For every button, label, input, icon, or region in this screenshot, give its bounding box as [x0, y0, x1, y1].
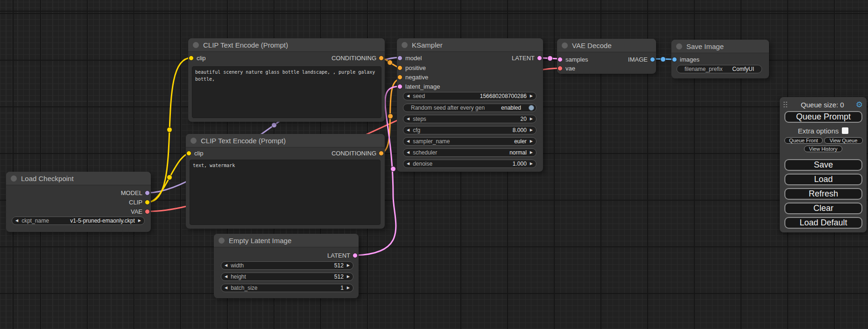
conditioning-output-slot[interactable] — [379, 56, 384, 61]
queue-size-label: Queue size: 0 — [789, 101, 856, 109]
slot-label: MODEL — [121, 189, 142, 196]
settings-gear-icon[interactable]: ⚙ — [856, 101, 863, 109]
node-title-bar[interactable]: KSampler — [397, 38, 543, 52]
drag-handle-icon[interactable] — [783, 102, 787, 108]
width-widget[interactable]: ◀ width 512 ▶ — [221, 261, 353, 270]
decrement-arrow-icon[interactable]: ◀ — [221, 284, 231, 292]
widget-value: v1-5-pruned-emaonly.ckpt — [70, 217, 135, 224]
node-graph-canvas[interactable]: { "colors": { "model": "#B39DDB", "clip"… — [0, 0, 868, 329]
increment-arrow-icon[interactable]: ▶ — [527, 138, 536, 145]
slot-label: latent_image — [405, 83, 440, 90]
load-button[interactable]: Load — [784, 174, 862, 185]
filename-prefix-widget[interactable]: filename_prefix ComfyUI — [677, 65, 762, 73]
decrement-arrow-icon[interactable]: ◀ — [403, 92, 413, 100]
queue-prompt-button[interactable]: Queue Prompt — [784, 111, 862, 123]
denoise-widget[interactable]: ◀ denoise 1.000 ▶ — [403, 160, 536, 168]
node-clip-text-encode-positive[interactable]: CLIP Text Encode (Prompt) clip CONDITION… — [188, 38, 385, 122]
clip-input-slot[interactable] — [186, 151, 191, 156]
widget-label: filename_prefix — [685, 66, 722, 72]
save-button[interactable]: Save — [784, 159, 862, 171]
samples-input-slot[interactable] — [557, 57, 563, 62]
view-history-button[interactable]: View History — [804, 146, 842, 152]
positive-prompt-textarea[interactable]: beautiful scenery nature glass bottle la… — [192, 66, 381, 118]
collapse-dot-icon[interactable] — [562, 42, 568, 49]
collapse-dot-icon[interactable] — [193, 42, 199, 48]
model-output-slot[interactable] — [145, 190, 150, 196]
collapse-dot-icon[interactable] — [219, 238, 225, 244]
decrement-arrow-icon[interactable]: ◀ — [403, 160, 413, 168]
latent-output-slot[interactable] — [537, 56, 542, 61]
node-vae-decode[interactable]: VAE Decode samples IMAGE vae — [557, 39, 656, 74]
node-save-image[interactable]: Save Image images filename_prefix ComfyU… — [671, 40, 769, 78]
increment-arrow-icon[interactable]: ▶ — [527, 126, 536, 134]
clip-output-slot[interactable] — [145, 200, 150, 205]
toggle-indicator-icon[interactable] — [529, 105, 534, 111]
height-widget[interactable]: ◀ height 512 ▶ — [221, 273, 353, 281]
positive-input-slot[interactable] — [397, 65, 402, 70]
widget-label: sampler_name — [413, 138, 450, 145]
random-seed-toggle[interactable]: Random seed after every gen enabled — [403, 104, 536, 112]
slot-label: negative — [405, 74, 428, 81]
extra-options-checkbox[interactable] — [842, 127, 848, 134]
node-title-bar[interactable]: Empty Latent Image — [214, 234, 359, 247]
sampler-name-widget[interactable]: ◀ sampler_name euler ▶ — [403, 137, 536, 146]
image-output-slot[interactable] — [650, 57, 655, 62]
clip-input-slot[interactable] — [189, 56, 194, 61]
images-input-slot[interactable] — [672, 57, 677, 62]
scheduler-widget[interactable]: ◀ scheduler normal ▶ — [403, 148, 536, 157]
increment-arrow-icon[interactable]: ▶ — [344, 284, 353, 292]
increment-arrow-icon[interactable]: ▶ — [344, 273, 353, 280]
clear-button[interactable]: Clear — [784, 203, 862, 214]
vae-output-slot[interactable] — [145, 209, 150, 214]
cfg-widget[interactable]: ◀ cfg 8.000 ▶ — [403, 126, 536, 134]
conditioning-output-slot[interactable] — [379, 151, 384, 156]
latent-image-input-slot[interactable] — [397, 84, 402, 89]
increment-arrow-icon[interactable]: ▶ — [527, 160, 536, 168]
slot-label: CONDITIONING — [332, 150, 376, 157]
collapse-dot-icon[interactable] — [402, 42, 408, 48]
negative-prompt-textarea[interactable]: text, watermark — [190, 160, 381, 225]
widget-value: ComfyUI — [732, 66, 754, 72]
increment-arrow-icon[interactable]: ▶ — [527, 149, 536, 156]
node-empty-latent-image[interactable]: Empty Latent Image LATENT ◀ width 512 ▶ … — [214, 234, 359, 298]
slot-label: images — [680, 56, 699, 63]
widget-label: denoise — [413, 161, 432, 167]
queue-front-button[interactable]: Queue Front — [784, 137, 823, 144]
model-input-slot[interactable] — [397, 56, 402, 61]
increment-arrow-icon[interactable]: ▶ — [344, 262, 353, 269]
decrement-arrow-icon[interactable]: ◀ — [221, 262, 231, 269]
node-title-bar[interactable]: Load Checkpoint — [6, 172, 151, 185]
node-title-bar[interactable]: VAE Decode — [557, 39, 656, 52]
refresh-button[interactable]: Refresh — [784, 188, 862, 200]
collapse-dot-icon[interactable] — [191, 138, 197, 144]
widget-value: euler — [514, 138, 527, 145]
decrement-arrow-icon[interactable]: ◀ — [12, 217, 21, 224]
ckpt-name-widget[interactable]: ◀ ckpt_name v1-5-pruned-emaonly.ckpt ▶ — [12, 217, 145, 225]
decrement-arrow-icon[interactable]: ◀ — [403, 149, 413, 156]
vae-input-slot[interactable] — [557, 66, 563, 71]
decrement-arrow-icon[interactable]: ◀ — [221, 273, 231, 280]
batch-size-widget[interactable]: ◀ batch_size 1 ▶ — [221, 284, 353, 292]
decrement-arrow-icon[interactable]: ◀ — [403, 138, 413, 145]
increment-arrow-icon[interactable]: ▶ — [527, 115, 536, 123]
seed-widget[interactable]: ◀ seed 156680208700286 ▶ — [403, 92, 536, 100]
increment-arrow-icon[interactable]: ▶ — [527, 92, 536, 100]
node-load-checkpoint[interactable]: Load Checkpoint MODEL CLIP VAE ◀ ckpt_na… — [6, 172, 151, 232]
load-default-button[interactable]: Load Default — [784, 217, 862, 229]
collapse-dot-icon[interactable] — [11, 175, 17, 182]
decrement-arrow-icon[interactable]: ◀ — [403, 126, 413, 134]
increment-arrow-icon[interactable]: ▶ — [135, 217, 144, 224]
node-title-bar[interactable]: Save Image — [671, 40, 769, 53]
widget-label: batch_size — [231, 285, 257, 291]
node-clip-text-encode-negative[interactable]: CLIP Text Encode (Prompt) clip CONDITION… — [186, 134, 385, 229]
negative-input-slot[interactable] — [397, 75, 402, 80]
node-title-bar[interactable]: CLIP Text Encode (Prompt) — [186, 134, 385, 147]
collapse-dot-icon[interactable] — [676, 43, 682, 49]
decrement-arrow-icon[interactable]: ◀ — [403, 115, 413, 123]
steps-widget[interactable]: ◀ steps 20 ▶ — [403, 115, 536, 123]
view-queue-button[interactable]: View Queue — [824, 137, 863, 144]
link-midpoint-dot — [388, 114, 393, 119]
latent-output-slot[interactable] — [353, 253, 358, 258]
node-title-bar[interactable]: CLIP Text Encode (Prompt) — [188, 38, 385, 52]
node-ksampler[interactable]: KSampler model LATENT positive negative … — [397, 38, 543, 172]
